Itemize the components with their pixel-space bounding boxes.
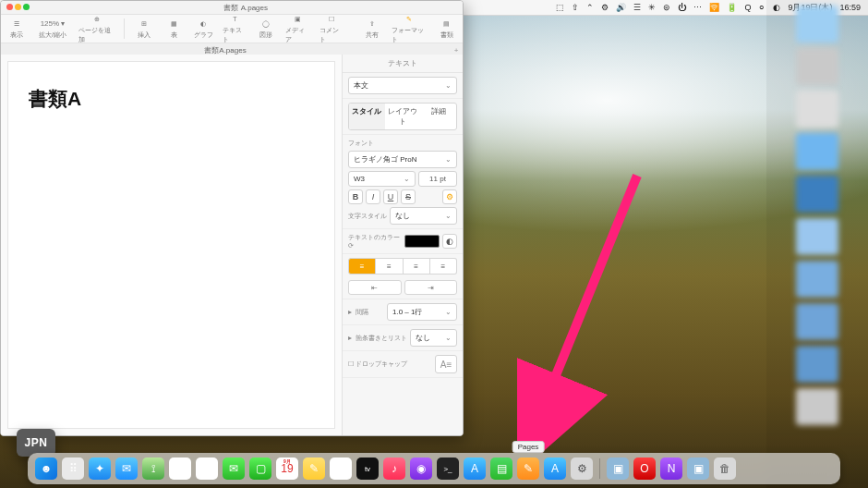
- document-tab[interactable]: 書類A.pages: [1, 45, 450, 55]
- bullets-select[interactable]: なし⌄: [410, 329, 457, 347]
- new-tab-button[interactable]: +: [450, 46, 463, 55]
- indent-button[interactable]: ⇥: [404, 280, 458, 295]
- dock-app-mail[interactable]: ✉︎: [115, 458, 138, 480]
- dock-app-onenote[interactable]: N: [660, 458, 682, 480]
- dock-app-maps[interactable]: ⟟: [142, 458, 164, 480]
- spacing-select[interactable]: 1.0 – 1行⌄: [387, 303, 457, 321]
- dock-app-appstore[interactable]: A: [464, 458, 486, 480]
- page[interactable]: 書類A: [8, 62, 334, 428]
- bullets-label[interactable]: 箇条書きとリスト: [348, 334, 407, 343]
- document-button[interactable]: ▤書類: [437, 18, 457, 40]
- dock-app-tv[interactable]: tv: [356, 458, 379, 480]
- canvas[interactable]: 書類A: [1, 55, 342, 435]
- italic-button[interactable]: I: [366, 189, 380, 204]
- dock-app-launchpad[interactable]: ⠿: [62, 458, 84, 480]
- dock-app-forecast[interactable]: ≋: [196, 458, 218, 480]
- status-icon[interactable]: ☰: [633, 3, 641, 12]
- dock-app-folder1[interactable]: ▣: [607, 458, 629, 480]
- table-button[interactable]: ▦表: [163, 18, 184, 40]
- align-right-button[interactable]: ≡: [404, 258, 430, 274]
- char-style-select[interactable]: なし⌄: [390, 207, 457, 225]
- share-button[interactable]: ⇪共有: [362, 18, 382, 40]
- tab-layout[interactable]: レイアウト: [385, 104, 421, 129]
- dock-app-calendar[interactable]: 199月: [276, 458, 298, 480]
- document-heading[interactable]: 書類A: [8, 62, 334, 112]
- text-color-swatch[interactable]: [404, 235, 440, 248]
- comment-button[interactable]: ☐コメント: [319, 14, 344, 44]
- minimize-button[interactable]: [15, 4, 21, 10]
- desktop-item[interactable]: [796, 91, 838, 128]
- align-justify-button[interactable]: ≡: [430, 258, 457, 274]
- dock-app-folder2[interactable]: ▣: [687, 458, 709, 480]
- format-button[interactable]: ✎フォーマット: [392, 14, 428, 44]
- dock-app-trash[interactable]: 🗑: [714, 458, 736, 480]
- strikethrough-button[interactable]: S: [401, 189, 416, 204]
- dock-app-notes[interactable]: ✎: [303, 458, 325, 480]
- zoom-button[interactable]: [23, 4, 30, 10]
- color-picker-button[interactable]: ◐: [442, 234, 457, 249]
- dropcap-preview[interactable]: A≡: [435, 355, 457, 373]
- status-icon[interactable]: ⌃: [586, 3, 594, 12]
- add-page-button[interactable]: ⊕ページを追加: [78, 14, 115, 44]
- align-left-button[interactable]: ≡: [348, 258, 376, 274]
- volume-icon[interactable]: 🔊: [616, 3, 626, 12]
- desktop-item[interactable]: [796, 218, 838, 255]
- dock-app-safari[interactable]: ✦: [89, 458, 111, 480]
- outdent-button[interactable]: ⇤: [348, 280, 402, 295]
- desktop-item[interactable]: [796, 48, 838, 85]
- status-icon[interactable]: ⊜: [663, 3, 670, 12]
- dock-app-reminders[interactable]: ⋮: [330, 458, 352, 480]
- desktop-item[interactable]: [796, 133, 838, 170]
- status-icon[interactable]: ⋯: [693, 3, 702, 12]
- desktop-item[interactable]: [796, 6, 838, 43]
- dock-app-opera[interactable]: O: [633, 458, 656, 480]
- view-button[interactable]: ☰表示: [6, 18, 27, 40]
- dock-app-finder[interactable]: ☻: [35, 458, 57, 480]
- desktop-item[interactable]: [796, 388, 838, 425]
- dock-app-pages[interactable]: ✎Pages: [517, 458, 539, 480]
- style-options-button[interactable]: ⚙︎: [442, 189, 457, 204]
- desktop-item[interactable]: [796, 261, 838, 298]
- status-icon[interactable]: ⚙︎: [601, 3, 609, 12]
- spotlight-icon[interactable]: Q: [744, 3, 751, 12]
- status-icon[interactable]: ⏻: [678, 3, 686, 12]
- spacing-label[interactable]: 間隔: [348, 308, 368, 317]
- font-weight-select[interactable]: W3⌄: [348, 171, 416, 187]
- media-button[interactable]: ▣メディア: [285, 14, 309, 44]
- text-button[interactable]: Tテキスト: [223, 14, 247, 44]
- traffic-lights[interactable]: [6, 4, 30, 12]
- zoom-select[interactable]: 125% ▾拡大/縮小: [36, 18, 69, 40]
- dock-app-photos[interactable]: ✿: [169, 458, 191, 480]
- dock-app-messages[interactable]: ✉︎: [223, 458, 245, 480]
- font-family-select[interactable]: ヒラギノ角ゴ ProN⌄: [348, 151, 457, 168]
- chart-button[interactable]: ◐グラフ: [193, 18, 213, 40]
- chevron-down-icon: ⌄: [445, 155, 452, 164]
- bold-button[interactable]: B: [348, 189, 363, 204]
- status-icon[interactable]: ⬚: [556, 3, 564, 12]
- tab-style[interactable]: スタイル: [349, 104, 385, 129]
- status-icon[interactable]: ⚪︎: [758, 3, 766, 12]
- dock-app-music[interactable]: ♪: [383, 458, 405, 480]
- close-button[interactable]: [6, 4, 13, 10]
- dock-app-terminal[interactable]: >_: [437, 458, 459, 480]
- dock-app-facetime[interactable]: ▢: [249, 458, 271, 480]
- dock-app-settings[interactable]: ⚙︎: [571, 458, 593, 480]
- status-icon[interactable]: ⇧: [572, 3, 579, 12]
- status-icon[interactable]: ✳︎: [648, 3, 656, 12]
- inspector-tabs[interactable]: スタイル レイアウト 詳細: [348, 103, 457, 130]
- font-size-field[interactable]: 11 pt: [418, 171, 457, 187]
- align-center-button[interactable]: ≡: [376, 258, 403, 274]
- shape-button[interactable]: ◯図形: [256, 18, 276, 40]
- battery-icon[interactable]: 🔋: [727, 3, 737, 12]
- underline-button[interactable]: U: [383, 189, 398, 204]
- dock-app-podcasts[interactable]: ◉: [410, 458, 432, 480]
- tab-more[interactable]: 詳細: [420, 104, 456, 129]
- desktop-item[interactable]: [796, 346, 838, 383]
- desktop-item[interactable]: [796, 176, 838, 213]
- paragraph-style-select[interactable]: 本文 ⌄: [348, 77, 457, 94]
- dock-app-numbers[interactable]: ▤: [490, 458, 512, 480]
- dock-app-xcode[interactable]: A: [544, 458, 566, 480]
- wifi-icon[interactable]: 🛜: [709, 3, 719, 12]
- desktop-item[interactable]: [796, 303, 838, 340]
- insert-button[interactable]: ⊞挿入: [134, 18, 154, 40]
